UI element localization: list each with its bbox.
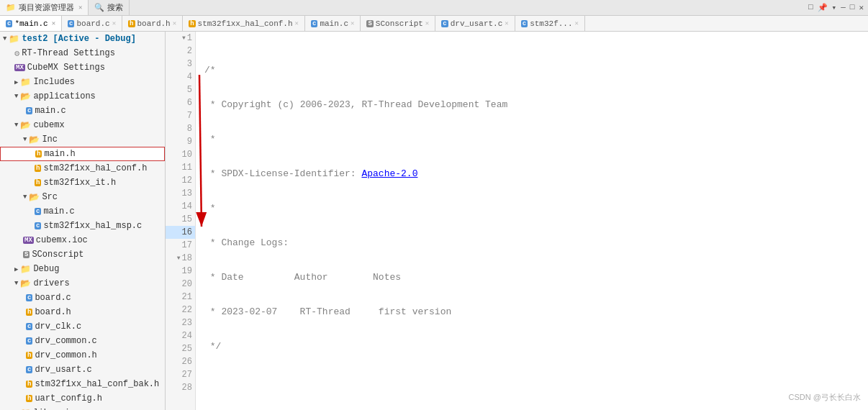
sidebar-item-libraries[interactable]: ▶ 📁 libraries: [0, 406, 165, 410]
c-icon-usart: c: [26, 366, 32, 373]
tab-main-c2[interactable]: c main.c ✕: [305, 16, 361, 31]
line-num-4: 4: [187, 70, 192, 83]
tab-close-icon6[interactable]: ✕: [425, 19, 429, 27]
tab-board-h[interactable]: h board.h ✕: [122, 16, 183, 31]
src-main-c-label: main.c: [43, 206, 74, 217]
search-label: 搜索: [107, 2, 123, 13]
sidebar-item-app-main-c[interactable]: c main.c: [0, 104, 165, 118]
pin-btn[interactable]: 📌: [818, 3, 828, 12]
line-num-23: 23: [182, 316, 192, 329]
line-num-21: 21: [182, 291, 192, 304]
sidebar-item-drivers[interactable]: ▼ 📂 drivers: [0, 276, 165, 291]
src-folder-icon: 📂: [29, 192, 40, 203]
sidebar-item-drv-clk[interactable]: c drv_clk.c: [0, 319, 165, 334]
mx-icon-ioc: MX: [23, 237, 34, 244]
sidebar-item-debug[interactable]: ▶ 📁 Debug: [0, 262, 165, 276]
sidebar-item-drv-common-c[interactable]: c drv_common.c: [0, 334, 165, 348]
line-num-16: 16: [182, 226, 192, 239]
code-line-1: /*: [204, 64, 859, 77]
line-num-8: 8: [187, 122, 192, 135]
sidebar-item-drv-board-c[interactable]: c board.c: [0, 291, 165, 305]
sidebar-item-hal-conf-bak[interactable]: h stm32f1xx_hal_conf_bak.h: [0, 377, 165, 391]
sidebar-item-rt-settings[interactable]: ⚙ RT-Thread Settings: [0, 46, 165, 60]
window-max-btn[interactable]: □: [850, 3, 855, 12]
tab-close-icon2[interactable]: ✕: [112, 19, 116, 27]
tree-root[interactable]: ▼ 📁 test2 [Active - Debug]: [0, 32, 165, 46]
code-line-6: * Change Logs:: [204, 237, 859, 250]
tab-stm32-more-label: stm32f...: [530, 19, 572, 28]
sidebar-item-src-main-c[interactable]: c main.c: [0, 204, 165, 219]
c-icon4: c: [521, 20, 528, 27]
src-arrow: ▼: [23, 193, 27, 201]
sidebar-item-cubemx-settings[interactable]: MX CubeMX Settings: [0, 60, 165, 75]
project-explorer-tab[interactable]: 📁 项目资源管理器 ✕: [0, 0, 89, 15]
tab-close-icon8[interactable]: ✕: [575, 19, 579, 27]
sidebar-item-cubemx[interactable]: ▼ 📂 cubemx: [0, 118, 165, 132]
code-line-3: *: [204, 133, 859, 146]
fold-arrow-1[interactable]: ▼: [182, 32, 186, 45]
line-num-19: 19: [182, 265, 192, 278]
sidebar-item-inc[interactable]: ▼ 📂 Inc: [0, 132, 165, 147]
code-line-5: *: [204, 202, 859, 215]
tab-close-icon5[interactable]: ✕: [351, 19, 354, 27]
tab-main-c-active[interactable]: c *main.c ✕: [0, 16, 62, 31]
sidebar-item-includes[interactable]: ▶ 📁 Includes: [0, 75, 165, 89]
debug-folder-icon: 📁: [20, 264, 31, 275]
hal-conf-bak-label: stm32f1xx_hal_conf_bak.h: [35, 379, 159, 389]
tab-sconstruct[interactable]: S SConscript ✕: [361, 16, 435, 31]
drv-clk-label: drv_clk.c: [35, 322, 81, 332]
drivers-folder-icon: 📂: [20, 278, 31, 289]
tab-sconstruct-label: SConscript: [376, 19, 423, 28]
tab-drv-usart[interactable]: c drv_usart.c ✕: [435, 16, 515, 31]
tab-hal-conf[interactable]: h stm32f1xx_hal_conf.h ✕: [183, 16, 305, 31]
sidebar-item-hal-conf-h[interactable]: h stm32f1xx_hal_conf.h: [0, 161, 165, 176]
applications-label: applications: [33, 91, 95, 101]
sidebar-item-drv-board-h[interactable]: h board.h: [0, 305, 165, 319]
drv-common-h-label: drv_common.h: [35, 350, 96, 360]
tab-close-icon4[interactable]: ✕: [295, 19, 299, 27]
line-num-9: 9: [187, 135, 192, 148]
line-num-22: 22: [182, 304, 192, 316]
line-num-10: 10: [182, 148, 192, 161]
it-h-label: stm32f1xx_it.h: [43, 178, 116, 188]
sidebar-item-it-h[interactable]: h stm32f1xx_it.h: [0, 176, 165, 190]
c-icon-common: c: [26, 337, 32, 345]
tab-board-c[interactable]: c board.c ✕: [62, 16, 122, 31]
c-icon2: c: [311, 20, 317, 27]
sidebar-item-drv-usart[interactable]: c drv_usart.c: [0, 363, 165, 377]
tab-stm32-more[interactable]: c stm32f... ✕: [515, 16, 585, 31]
sidebar-item-hal-msp[interactable]: c stm32f1xx_hal_msp.c: [0, 219, 165, 233]
root-label: test2 [Active - Debug]: [22, 34, 135, 44]
sidebar-item-uart-config[interactable]: h uart_config.h: [0, 391, 165, 406]
editor: ▼ 1 2 3 4 5 6 7 8 9 10 11 12 13 14 15 16…: [166, 32, 868, 410]
h-icon-board: h: [26, 309, 32, 316]
dropdown-btn[interactable]: ▾: [832, 3, 837, 12]
minimize-btn[interactable]: □: [808, 3, 813, 12]
tab-close-icon3[interactable]: ✕: [173, 19, 176, 27]
sidebar-item-cubemx-ioc[interactable]: MX cubemx.ioc: [0, 233, 165, 247]
tab-close-icon7[interactable]: ✕: [505, 19, 508, 27]
line-numbers: ▼ 1 2 3 4 5 6 7 8 9 10 11 12 13 14 15 16…: [166, 32, 196, 410]
sidebar-item-src[interactable]: ▼ 📂 Src: [0, 190, 165, 204]
window-close-btn[interactable]: ✕: [859, 3, 864, 12]
c-icon: c: [68, 20, 74, 27]
sidebar-item-sconstruct[interactable]: S SConscript: [0, 247, 165, 262]
tab-main-c-active-label: *main.c: [14, 19, 48, 28]
fold-arrow-18[interactable]: ▼: [177, 252, 181, 265]
tab-board-c-label: board.c: [76, 19, 109, 28]
search-tab[interactable]: 🔍 搜索: [89, 0, 130, 15]
tab-close-icon[interactable]: ✕: [52, 19, 55, 27]
code-content[interactable]: /* * Copyright (c) 2006-2023, RT-Thread …: [196, 32, 868, 410]
line-num-6: 6: [187, 96, 192, 109]
line-num-28: 28: [182, 381, 192, 394]
inc-arrow: ▼: [23, 136, 27, 143]
close-icon[interactable]: ✕: [78, 4, 82, 12]
line-num-5: 5: [187, 83, 192, 96]
sidebar-item-main-h[interactable]: h main.h: [0, 147, 165, 161]
uart-config-label: uart_config.h: [35, 393, 102, 404]
line-num-2: 2: [187, 45, 192, 58]
project-icon: 📁: [9, 34, 19, 45]
sidebar-item-drv-common-h[interactable]: h drv_common.h: [0, 348, 165, 363]
window-min-btn[interactable]: —: [841, 3, 846, 12]
sidebar-item-applications[interactable]: ▼ 📂 applications: [0, 89, 165, 104]
